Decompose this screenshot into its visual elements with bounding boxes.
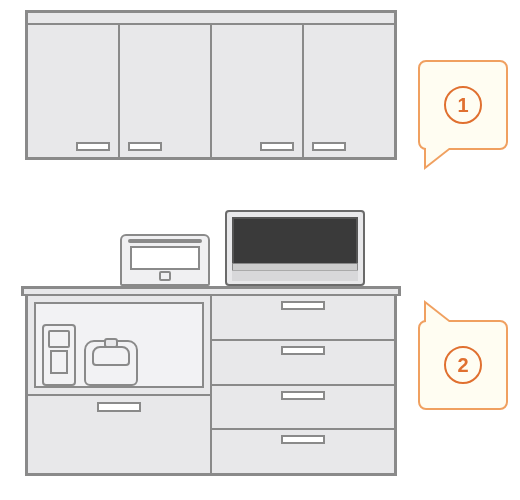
callout-upper: 1 — [418, 60, 508, 150]
door-handle-icon — [76, 142, 110, 151]
upper-wall-cabinet — [25, 10, 397, 160]
toaster-oven-icon — [120, 234, 210, 286]
door-handle-icon — [128, 142, 162, 151]
microwave-oven-icon — [225, 210, 365, 286]
electric-hot-water-pot-icon — [42, 324, 76, 386]
drawer-handle-icon — [281, 346, 325, 355]
door-handle-icon — [260, 142, 294, 151]
drawer-2 — [212, 341, 394, 386]
drawer-4 — [212, 430, 394, 473]
upper-door-1 — [28, 25, 120, 159]
lower-counter-cabinet — [25, 286, 397, 476]
appliance-niche — [28, 296, 210, 396]
drawer-handle-icon — [281, 435, 325, 444]
lower-cabinet-body — [25, 296, 397, 476]
kitchen-cupboard-diagram: 1 2 — [0, 0, 520, 500]
lower-left-drawer — [28, 396, 210, 473]
drawer-handle-icon — [281, 301, 325, 310]
drawer-1 — [212, 296, 394, 341]
countertop — [21, 286, 401, 296]
upper-door-4 — [304, 25, 394, 159]
upper-door-2 — [120, 25, 212, 159]
lower-left-section — [28, 296, 212, 473]
drawer-handle-icon — [97, 402, 141, 412]
callout-number: 1 — [444, 86, 482, 124]
rice-cooker-icon — [84, 340, 138, 386]
callout-lower: 2 — [418, 320, 508, 410]
callout-number: 2 — [444, 346, 482, 384]
drawer-handle-icon — [281, 391, 325, 400]
lower-right-drawers — [212, 296, 394, 473]
drawer-3 — [212, 386, 394, 431]
upper-cabinet-top-rail — [28, 13, 394, 25]
upper-cabinet-doors — [28, 25, 394, 159]
upper-door-3 — [212, 25, 304, 159]
door-handle-icon — [312, 142, 346, 151]
